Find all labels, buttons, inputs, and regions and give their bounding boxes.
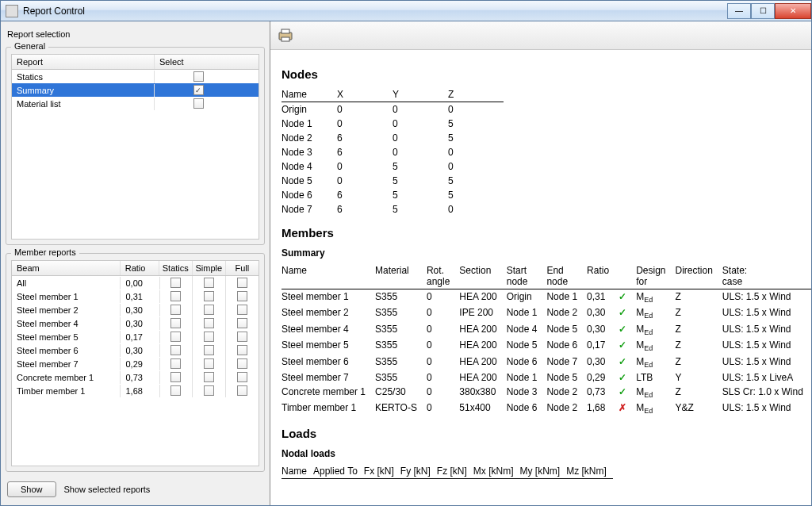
members-row: Steel member 5S3550HEA 200Node 5Node 60,… [282,338,811,354]
general-row[interactable]: Material list [12,97,259,110]
member-row[interactable]: Steel member 60,30 [12,343,259,357]
members-col: Material [375,263,427,289]
member-row-full-checkbox[interactable] [237,372,247,382]
member-row[interactable]: Timber member 11,68 [12,384,259,397]
loads-col: Fy [kN] [400,464,437,479]
member-row[interactable]: All0,00 [12,276,259,289]
member-row-simple-checkbox[interactable] [204,318,214,328]
left-panel: Report selection General Report Select S… [1,21,270,505]
member-row[interactable]: Steel member 20,30 [12,303,259,316]
member-row-statics-checkbox[interactable] [170,305,181,315]
loads-col: Mx [kNm] [473,464,520,479]
member-row-statics-checkbox[interactable] [170,332,181,342]
member-row-statics-checkbox[interactable] [170,372,181,382]
member-col-beam[interactable]: Beam [12,261,121,275]
nodes-row: Node 7650 [282,202,504,217]
close-button[interactable]: ✕ [775,3,811,19]
member-col-simple[interactable]: Simple [193,261,226,275]
members-col: Startnode [507,263,547,289]
maximize-button[interactable]: ☐ [751,3,775,19]
nodes-row: Node 3600 [282,145,504,159]
members-col: Ratio [587,263,619,289]
member-row-ratio: 0,31 [121,290,159,303]
member-row-statics-checkbox[interactable] [170,345,181,355]
nodes-table: NameXYZOrigin000Node 1005Node 2605Node 3… [282,87,504,217]
check-icon: ✓ [619,356,626,367]
loads-col: My [kNm] [520,464,567,479]
svg-rect-1 [282,29,289,33]
general-row-checkbox[interactable] [193,71,204,82]
member-row-full-checkbox[interactable] [237,278,247,288]
general-row-checkbox[interactable] [193,98,204,109]
nodes-row: Node 1005 [282,117,504,131]
minimize-button[interactable]: — [727,3,751,19]
member-row-simple-checkbox[interactable] [204,305,214,315]
window-title: Report Control [23,6,727,17]
member-row[interactable]: Concrete member 10,73 [12,370,259,384]
member-row-simple-checkbox[interactable] [204,332,214,342]
member-row-statics-checkbox[interactable] [170,385,181,396]
member-row-ratio: 0,29 [121,358,159,370]
general-list[interactable]: StaticsSummaryMaterial list [11,70,259,240]
member-row-full-checkbox[interactable] [237,385,247,396]
summary-heading: Summary [282,247,800,259]
member-row-simple-checkbox[interactable] [204,358,214,369]
nodes-row: Node 2605 [282,131,504,145]
loads-col: Name [282,464,313,479]
member-row-simple-checkbox[interactable] [204,278,214,288]
member-row-statics-checkbox[interactable] [170,291,181,301]
member-row-beam: All [12,277,121,289]
cross-icon: ✗ [619,402,626,413]
member-row-beam: Steel member 6 [12,344,121,357]
member-row-full-checkbox[interactable] [237,332,247,342]
member-row-simple-checkbox[interactable] [204,345,214,355]
right-panel: Nodes NameXYZOrigin000Node 1005Node 2605… [270,21,811,505]
member-row[interactable]: Steel member 50,17 [12,330,259,343]
general-col-select[interactable]: Select [155,55,242,69]
nodes-col: Y [393,87,448,102]
members-col: Direction [675,263,722,289]
member-row-full-checkbox[interactable] [237,358,247,369]
check-icon: ✓ [619,324,626,335]
member-row-ratio: 0,17 [121,331,159,343]
member-legend: Member reports [11,247,79,257]
report-body[interactable]: Nodes NameXYZOrigin000Node 1005Node 2605… [270,50,811,505]
general-row[interactable]: Statics [12,70,259,83]
member-row-beam: Concrete member 1 [12,371,121,384]
show-selected-link[interactable]: Show selected reports [64,485,151,494]
member-row[interactable]: Steel member 10,31 [12,289,259,303]
member-col-ratio[interactable]: Ratio [121,261,159,275]
member-row[interactable]: Steel member 70,29 [12,357,259,370]
member-list-header: Beam Ratio Statics Simple Full [11,260,259,276]
general-row-checkbox[interactable] [193,85,204,95]
member-row-simple-checkbox[interactable] [204,385,214,396]
general-row[interactable]: Summary [12,83,259,97]
member-row-beam: Timber member 1 [12,385,121,397]
member-row-statics-checkbox[interactable] [170,358,181,369]
report-selection-label: Report selection [6,25,265,42]
member-col-full[interactable]: Full [226,261,259,275]
show-button[interactable]: Show [7,481,56,497]
member-row[interactable]: Steel member 40,30 [12,316,259,330]
member-row-simple-checkbox[interactable] [204,372,214,382]
member-row-full-checkbox[interactable] [237,318,247,328]
member-row-full-checkbox[interactable] [237,305,247,315]
member-row-simple-checkbox[interactable] [204,291,214,301]
member-col-statics[interactable]: Statics [159,261,193,275]
general-col-report[interactable]: Report [12,55,155,69]
members-col: Designfor [636,263,675,289]
member-row-full-checkbox[interactable] [237,345,247,355]
members-row: Timber member 1KERTO-S051x400Node 6Node … [282,401,811,416]
member-row-statics-checkbox[interactable] [170,318,181,328]
members-col: Name [282,263,375,289]
bottom-bar: Show Show selected reports [6,478,265,500]
member-row-full-checkbox[interactable] [237,291,247,301]
loads-col: Mz [kNm] [566,464,613,479]
member-row-statics-checkbox[interactable] [170,278,181,288]
member-row-beam: Steel member 1 [12,290,121,303]
check-icon: ✓ [619,307,626,318]
print-icon[interactable] [277,28,296,44]
general-row-name: Summary [12,84,155,97]
members-row: Steel member 2S3550IPE 200Node 1Node 20,… [282,305,811,321]
member-list[interactable]: All0,00Steel member 10,31Steel member 20… [11,276,259,466]
